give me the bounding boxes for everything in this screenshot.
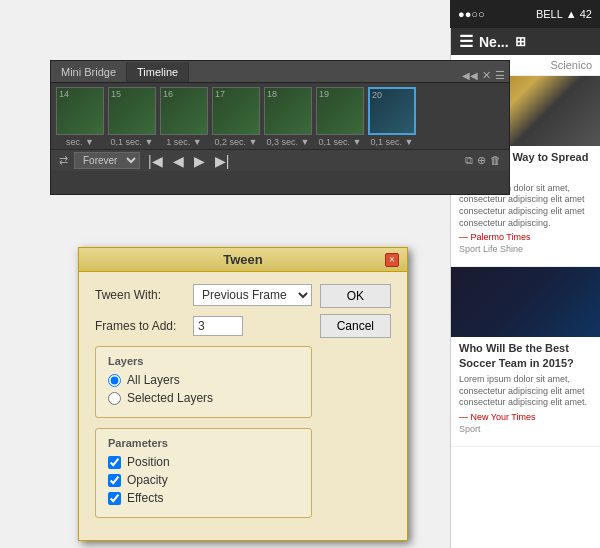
tween-titlebar: Tween × [79, 248, 407, 272]
frame-number: 14 [59, 89, 69, 99]
opacity-checkbox[interactable] [108, 474, 121, 487]
timeline-tools: ⧉ ⊕ 🗑 [465, 154, 501, 167]
frame-20[interactable]: 20 0,1 sec. ▼ [367, 87, 417, 147]
effects-row: Effects [108, 491, 299, 505]
frames-to-add-input[interactable] [193, 316, 243, 336]
wifi-icon: ▲ [566, 8, 577, 20]
frame-18[interactable]: 18 0,3 sec. ▼ [263, 87, 313, 147]
go-first-btn[interactable]: |◀ [146, 153, 165, 169]
tween-right-panel: OK Cancel [312, 284, 391, 528]
news-header: ☰ Ne... ⊞ [451, 28, 600, 55]
tween-left-panel: Tween With: Previous Frame First Frame L… [95, 284, 312, 528]
tween-with-label: Tween With: [95, 288, 185, 302]
tab-timeline[interactable]: Timeline [127, 62, 189, 82]
tween-tool[interactable]: ⧉ [465, 154, 473, 167]
layers-section: Layers All Layers Selected Layers [95, 346, 312, 418]
frame-number: 16 [163, 89, 173, 99]
frames-to-add-label: Frames to Add: [95, 319, 185, 333]
position-checkbox[interactable] [108, 456, 121, 469]
new-frame-tool[interactable]: ⊕ [477, 154, 486, 167]
position-row: Position [108, 455, 299, 469]
selected-layers-radio[interactable] [108, 392, 121, 405]
frame-time: 0,1 sec. ▼ [111, 137, 154, 147]
timeline-tabs: Mini Bridge Timeline ◀◀ ✕ ☰ [51, 61, 509, 83]
tween-with-select[interactable]: Previous Frame First Frame Last Frame [193, 284, 312, 306]
article-2-title: Who Will Be the Best Soccer Team in 2015… [459, 341, 592, 370]
tween-title: Tween [101, 252, 385, 267]
grid-icon[interactable]: ⊞ [515, 34, 526, 49]
all-layers-radio[interactable] [108, 374, 121, 387]
timeline-panel: Mini Bridge Timeline ◀◀ ✕ ☰ 14 sec. ▼ 15… [50, 60, 510, 195]
frame-number: 17 [215, 89, 225, 99]
effects-label: Effects [127, 491, 163, 505]
tween-with-row: Tween With: Previous Frame First Frame L… [95, 284, 312, 306]
carrier-label: BELL [536, 8, 563, 20]
position-label: Position [127, 455, 170, 469]
frame-time: 0,2 sec. ▼ [215, 137, 258, 147]
frame-time: 0,1 sec. ▼ [319, 137, 362, 147]
timeline-playback: ⇄ Forever Once 3 Times |◀ ◀ ▶ ▶| ⧉ ⊕ 🗑 [51, 149, 509, 171]
opacity-label: Opacity [127, 473, 168, 487]
tween-close-button[interactable]: × [385, 253, 399, 267]
news-article-2: Who Will Be the Best Soccer Team in 2015… [451, 267, 600, 447]
loop-icon: ⇄ [59, 154, 68, 167]
opacity-row: Opacity [108, 473, 299, 487]
time-display: 42 [580, 8, 592, 20]
article-2-body: Lorem ipsum dolor sit amet, consectetur … [459, 374, 592, 409]
selected-layers-row: Selected Layers [108, 391, 299, 405]
tween-main-content: Tween With: Previous Frame First Frame L… [95, 284, 391, 528]
play-btn[interactable]: ▶ [192, 153, 207, 169]
effects-checkbox[interactable] [108, 492, 121, 505]
frame-time: 0,3 sec. ▼ [267, 137, 310, 147]
ok-button[interactable]: OK [320, 284, 391, 308]
parameters-section-title: Parameters [108, 437, 299, 449]
frame-15[interactable]: 15 0,1 sec. ▼ [107, 87, 157, 147]
article-2-image [451, 267, 600, 337]
news-title: Ne... [479, 34, 509, 50]
article-2-content: Who Will Be the Best Soccer Team in 2015… [451, 337, 600, 438]
layers-section-title: Layers [108, 355, 299, 367]
delete-frame-tool[interactable]: 🗑 [490, 154, 501, 167]
mobile-icons: BELL ▲ 42 [536, 8, 592, 20]
frame-17[interactable]: 17 0,2 sec. ▼ [211, 87, 261, 147]
panel-scroll-left[interactable]: ◀◀ [462, 70, 478, 81]
article-2-author: — New Your Times [459, 412, 536, 422]
frame-number: 19 [319, 89, 329, 99]
parameters-section: Parameters Position Opacity Effects [95, 428, 312, 518]
article-1-author: — Palermo Times [459, 232, 531, 242]
tween-body: Tween With: Previous Frame First Frame L… [79, 272, 407, 540]
frame-time: sec. ▼ [66, 137, 94, 147]
frame-time: 0,1 sec. ▼ [371, 137, 414, 147]
panel-menu[interactable]: ☰ [495, 69, 505, 82]
panel-close[interactable]: ✕ [482, 69, 491, 82]
frame-number: 20 [372, 90, 382, 100]
frame-16[interactable]: 16 1 sec. ▼ [159, 87, 209, 147]
loop-select[interactable]: Forever Once 3 Times [74, 152, 140, 169]
next-frame-btn[interactable]: ▶| [213, 153, 232, 169]
article-1-tags: Sport Life Shine [459, 244, 592, 254]
cancel-button[interactable]: Cancel [320, 314, 391, 338]
all-layers-row: All Layers [108, 373, 299, 387]
hamburger-icon[interactable]: ☰ [459, 32, 473, 51]
selected-layers-label: Selected Layers [127, 391, 213, 405]
tween-dialog: Tween × Tween With: Previous Frame First… [78, 247, 408, 541]
frames-to-add-row: Frames to Add: [95, 316, 312, 336]
frame-19[interactable]: 19 0,1 sec. ▼ [315, 87, 365, 147]
article-1-meta: — Palermo Times [459, 232, 592, 242]
article-2-meta: — New Your Times [459, 412, 592, 422]
frame-time: 1 sec. ▼ [166, 137, 201, 147]
frame-14[interactable]: 14 sec. ▼ [55, 87, 105, 147]
mobile-status-bar: ●●○○ BELL ▲ 42 [450, 0, 600, 28]
frame-number: 18 [267, 89, 277, 99]
signal-strength: ●●○○ [458, 8, 485, 20]
all-layers-label: All Layers [127, 373, 180, 387]
frame-number: 15 [111, 89, 121, 99]
tab-mini-bridge[interactable]: Mini Bridge [51, 62, 127, 82]
article-2-tags: Sport [459, 424, 592, 434]
prev-frame-btn[interactable]: ◀ [171, 153, 186, 169]
